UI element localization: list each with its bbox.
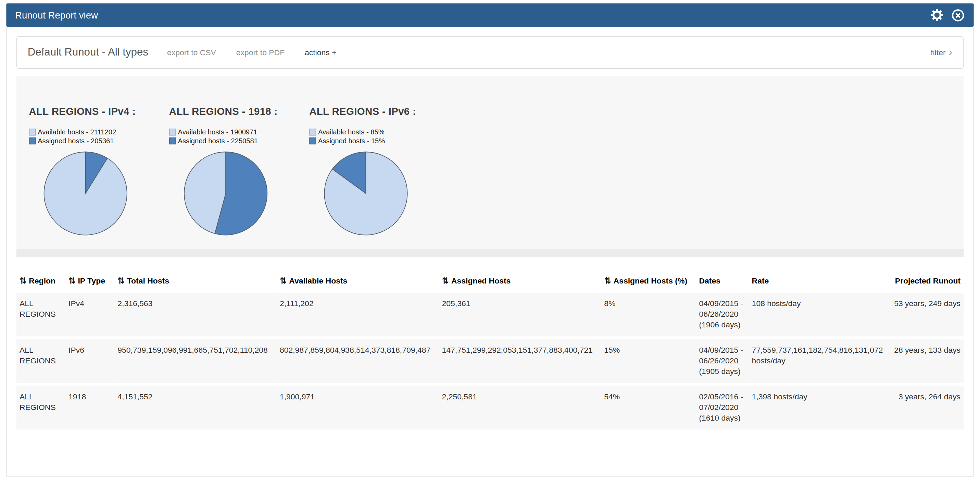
table-cell: IPv6: [65, 339, 115, 383]
column-header-label: Assigned Hosts: [451, 277, 511, 286]
table-cell: 108 hosts/day: [749, 293, 890, 336]
close-icon[interactable]: [951, 8, 965, 22]
table-cell: 54%: [601, 386, 696, 430]
legend-swatch: [169, 137, 176, 144]
legend-swatch: [309, 137, 316, 144]
settings-gear-icon[interactable]: [930, 9, 944, 22]
column-header-dates: Dates: [696, 273, 749, 290]
chevron-right-icon: ›: [949, 46, 952, 57]
column-header-assigned-hosts[interactable]: ⇅Assigned Hosts (%): [601, 273, 696, 290]
window-title: Runout Report view: [15, 10, 98, 20]
table-row: ALL REGIONSIPv6950,739,159,096,991,665,7…: [16, 339, 964, 383]
legend-label: Assigned hosts - 205361: [38, 137, 114, 144]
table-cell: 04/09/2015 - 06/26/2020 (1906 days): [696, 293, 749, 336]
table-row: ALL REGIONSIPv42,316,5632,111,202205,361…: [16, 293, 964, 336]
legend-label: Assigned hosts - 15%: [318, 137, 385, 144]
pie-slice: [44, 152, 127, 235]
table-cell: 2,250,581: [439, 386, 601, 430]
table-cell: 802,987,859,804,938,514,373,818,709,487: [277, 339, 439, 383]
legend-label: Assigned hosts - 2250581: [178, 137, 258, 144]
column-header-ip-type[interactable]: ⇅IP Type: [65, 273, 115, 290]
charts-divider: [16, 249, 964, 257]
column-header-assigned-hosts[interactable]: ⇅Assigned Hosts: [439, 273, 601, 290]
sort-icon: ⇅: [68, 276, 75, 286]
table-header-row: ⇅Region⇅IP Type⇅Total Hosts⇅Available Ho…: [16, 273, 964, 290]
chart-legend: Available hosts - 2111202Assigned hosts …: [29, 128, 169, 145]
column-header-region[interactable]: ⇅Region: [16, 273, 65, 290]
chart-legend: Available hosts - 1900971Assigned hosts …: [169, 128, 309, 145]
chart-title: ALL REGIONS - 1918 :: [169, 106, 309, 117]
filter-label: filter: [931, 48, 945, 57]
table-cell: 15%: [601, 339, 696, 383]
table-cell: 28 years, 133 days: [890, 339, 964, 383]
pie-chart-group: ALL REGIONS - IPv4 :Available hosts - 21…: [29, 106, 169, 249]
column-header-label: Projected Runout: [895, 277, 961, 286]
filter-button[interactable]: filter ›: [931, 47, 952, 58]
title-bar: Runout Report view: [6, 3, 974, 27]
legend-item: Available hosts - 2111202: [29, 128, 169, 136]
table-cell: 147,751,299,292,053,151,377,883,400,721: [439, 339, 601, 383]
legend-swatch: [169, 128, 176, 135]
export-csv-button[interactable]: export to CSV: [167, 48, 216, 57]
table-cell: 4,151,552: [115, 386, 277, 430]
column-header-label: Rate: [752, 277, 769, 286]
table-cell: 2,316,563: [115, 293, 277, 336]
legend-swatch: [309, 128, 316, 135]
column-header-available-hosts[interactable]: ⇅Available Hosts: [277, 273, 439, 290]
sort-icon: ⇅: [19, 276, 26, 286]
legend-swatch: [29, 137, 36, 144]
chart-title: ALL REGIONS - IPv6 :: [309, 106, 449, 117]
legend-label: Available hosts - 85%: [318, 128, 385, 136]
legend-item: Assigned hosts - 15%: [309, 136, 449, 145]
column-header-rate: Rate: [749, 273, 890, 290]
pie-chart: [41, 150, 129, 238]
legend-item: Available hosts - 85%: [309, 128, 449, 136]
column-header-label: Assigned Hosts (%): [614, 277, 687, 286]
pie-chart-group: ALL REGIONS - 1918 :Available hosts - 19…: [169, 106, 309, 249]
table-cell: 1,398 hosts/day: [749, 386, 890, 430]
runout-report-window: Runout Report view: [0, 3, 980, 495]
report-name: Default Runout - All types: [28, 46, 148, 59]
table-cell: ALL REGIONS: [16, 339, 65, 383]
legend-item: Assigned hosts - 205361: [29, 136, 169, 145]
charts-panel: ALL REGIONS - IPv4 :Available hosts - 21…: [16, 76, 964, 249]
table-cell: IPv4: [65, 293, 115, 336]
title-bar-icons: [930, 8, 965, 22]
table-cell: 77,559,737,161,182,754,816,131,072 hosts…: [749, 339, 890, 383]
sort-icon: ⇅: [442, 276, 449, 286]
column-header-label: Total Hosts: [127, 277, 169, 286]
legend-swatch: [29, 128, 36, 135]
legend-item: Available hosts - 1900971: [169, 128, 309, 136]
table-cell: 2,111,202: [277, 293, 439, 336]
report-toolbar: Default Runout - All types export to CSV…: [16, 36, 964, 69]
sort-icon: ⇅: [280, 276, 286, 286]
legend-item: Assigned hosts - 2250581: [169, 136, 309, 145]
table-cell: 3 years, 264 days: [890, 386, 964, 430]
pie-chart: [182, 150, 270, 238]
table-cell: 205,361: [439, 293, 601, 336]
pie-chart: [322, 150, 410, 238]
table-cell: 950,739,159,096,991,665,751,702,110,208: [115, 339, 277, 383]
report-table: ⇅Region⇅IP Type⇅Total Hosts⇅Available Ho…: [16, 270, 964, 433]
legend-label: Available hosts - 2111202: [38, 128, 116, 136]
chart-title: ALL REGIONS - IPv4 :: [29, 106, 169, 117]
column-header-label: Dates: [699, 277, 721, 286]
export-pdf-button[interactable]: export to PDF: [236, 48, 285, 57]
column-header-projected-runout: Projected Runout: [890, 273, 964, 290]
actions-menu-button[interactable]: actions +: [305, 48, 337, 57]
table-cell: 1,900,971: [277, 386, 439, 430]
pie-chart-group: ALL REGIONS - IPv6 :Available hosts - 85…: [309, 106, 449, 249]
chart-legend: Available hosts - 85%Assigned hosts - 15…: [309, 128, 449, 145]
table-cell: 04/09/2015 - 06/26/2020 (1905 days): [696, 339, 749, 383]
table-cell: 02/05/2016 - 07/02/2020 (1610 days): [696, 386, 749, 430]
table-cell: ALL REGIONS: [16, 386, 65, 430]
sort-icon: ⇅: [604, 276, 611, 286]
column-header-total-hosts[interactable]: ⇅Total Hosts: [115, 273, 277, 290]
table-cell: 1918: [65, 386, 115, 430]
sort-icon: ⇅: [118, 276, 124, 286]
legend-label: Available hosts - 1900971: [178, 128, 258, 136]
column-header-label: IP Type: [78, 277, 105, 286]
column-header-label: Available Hosts: [289, 277, 347, 286]
table-cell: 53 years, 249 days: [890, 293, 964, 336]
column-header-label: Region: [29, 277, 56, 286]
